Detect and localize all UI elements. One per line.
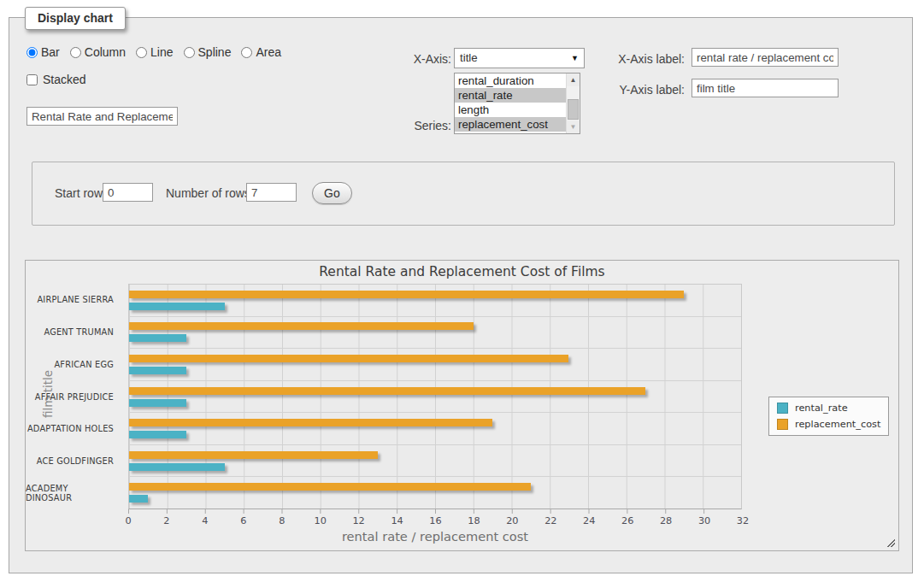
chart-x-tick: 10	[315, 515, 327, 526]
bar-replacement_cost	[129, 322, 474, 330]
chart-x-tick: 16	[429, 515, 441, 526]
scrollbar-down-icon[interactable]: ▼	[567, 121, 580, 133]
chart-title: Rental Rate and Replacement Cost of Film…	[26, 264, 898, 279]
chart-bar-row	[129, 285, 741, 317]
chart-x-tick-marks	[128, 509, 742, 514]
chart-category-label: AFRICAN EGG	[26, 348, 121, 380]
chart-x-tick: 4	[202, 515, 208, 526]
start-row-input[interactable]	[103, 183, 153, 202]
chart-x-tick: 14	[391, 515, 403, 526]
bar-replacement_cost	[129, 483, 531, 491]
chart-type-radio-column[interactable]	[70, 47, 81, 58]
chart-type-radio-line[interactable]	[136, 47, 147, 58]
stacked-label: Stacked	[43, 73, 86, 86]
chart-x-tick: 12	[352, 515, 364, 526]
chart-type-option-column: Column	[70, 45, 126, 59]
chart-type-radio-label: Column	[85, 45, 126, 59]
bar-rental_rate	[129, 463, 225, 471]
chart-x-tick-labels: 02468101214161820222426283032	[128, 515, 743, 526]
legend-swatch-icon	[777, 419, 788, 430]
number-of-rows-label: Number of rows:	[166, 186, 254, 200]
chart-x-tick: 2	[163, 515, 169, 526]
series-select-label: Series:	[368, 119, 451, 132]
stacked-row: Stacked	[26, 73, 86, 86]
chart-type-radio-label: Spline	[198, 45, 232, 59]
legend-item-replacement_cost: replacement_cost	[777, 419, 880, 430]
chart-type-radio-area[interactable]	[241, 47, 252, 58]
chart-category-label: AFFAIR PREJUDICE	[26, 380, 121, 413]
chart-x-tick: 6	[240, 515, 246, 526]
x-axis-label-label: X-Axis label:	[574, 52, 685, 66]
bar-rental_rate	[129, 399, 186, 407]
bar-rental_rate	[129, 334, 186, 342]
bar-replacement_cost	[129, 291, 684, 298]
resize-handle-icon[interactable]	[886, 538, 895, 547]
number-of-rows-input[interactable]	[246, 183, 297, 202]
chart-x-tick: 32	[737, 515, 749, 526]
chart-type-option-area: Area	[241, 45, 281, 59]
legend-label: rental_rate	[795, 403, 848, 414]
chart-type-radio-label: Line	[150, 45, 173, 59]
chart-x-tick: 30	[698, 515, 710, 526]
chart-type-group: BarColumnLineSplineArea	[26, 45, 286, 59]
chart-type-option-line: Line	[136, 45, 173, 59]
series-option-length[interactable]: length	[455, 103, 566, 117]
chart-x-tick: 22	[544, 515, 556, 526]
chart-type-radio-label: Bar	[41, 45, 60, 59]
y-axis-label-input[interactable]	[692, 79, 839, 97]
row-controls-panel: Start row: Number of rows: Go	[32, 162, 895, 226]
x-axis-selected-value: title	[460, 51, 478, 64]
x-axis-select[interactable]: title ▼	[454, 48, 585, 68]
bar-rental_rate	[129, 303, 225, 310]
display-chart-fieldset: Display chart BarColumnLineSplineArea St…	[9, 17, 913, 573]
chart-category-label: AIRPLANE SIERRA	[26, 284, 121, 316]
scrollbar-thumb[interactable]	[568, 99, 579, 120]
chart-x-tick: 20	[506, 515, 518, 526]
chart-bar-row	[129, 413, 741, 445]
bar-replacement_cost	[129, 419, 492, 426]
chart-category-label: AGENT TRUMAN	[26, 316, 121, 349]
chart-bar-row	[129, 317, 741, 350]
chart-bar-row	[129, 349, 741, 381]
stacked-checkbox[interactable]	[26, 74, 38, 85]
chart-type-radio-label: Area	[256, 45, 281, 59]
bar-rental_rate	[129, 495, 148, 503]
series-listbox[interactable]: rental_durationrental_ratelengthreplacem…	[454, 73, 580, 134]
page: Display chart BarColumnLineSplineArea St…	[0, 0, 924, 582]
chart-x-tick: 28	[660, 515, 672, 526]
legend-item-rental_rate: rental_rate	[777, 403, 880, 414]
series-option-rental_rate[interactable]: rental_rate	[455, 88, 566, 103]
chart-bar-row	[129, 445, 741, 478]
chart-x-tick: 24	[583, 515, 595, 526]
chart-x-tick: 0	[125, 515, 131, 526]
chart-category-label: ACADEMY DINOSAUR	[26, 477, 121, 509]
chart-x-axis-label: rental rate / replacement cost	[128, 529, 742, 544]
x-axis-select-label: X-Axis:	[368, 52, 451, 66]
x-axis-label-input[interactable]	[692, 48, 839, 67]
chart-type-option-spline: Spline	[184, 45, 232, 59]
bar-replacement_cost	[129, 451, 378, 459]
chart-bar-row	[129, 381, 741, 414]
chart-type-option-bar: Bar	[26, 45, 60, 59]
chart-container: Rental Rate and Replacement Cost of Film…	[25, 260, 899, 551]
series-option-rental_duration[interactable]: rental_duration	[455, 73, 566, 88]
start-row-label: Start row:	[55, 186, 106, 200]
bar-replacement_cost	[129, 355, 568, 362]
series-option-replacement_cost[interactable]: replacement_cost	[455, 117, 566, 132]
fieldset-legend: Display chart	[25, 7, 126, 30]
bar-rental_rate	[129, 367, 186, 374]
chart-type-radio-spline[interactable]	[184, 47, 195, 58]
chart-x-tick: 8	[279, 515, 285, 526]
chart-x-tick: 18	[468, 515, 480, 526]
bar-rental_rate	[129, 431, 186, 438]
chart-category-labels: AIRPLANE SIERRAAGENT TRUMANAFRICAN EGGAF…	[26, 284, 121, 509]
go-button[interactable]: Go	[312, 182, 352, 204]
chart-plot-area	[128, 284, 742, 509]
legend-swatch-icon	[777, 403, 788, 414]
chart-x-tick: 26	[621, 515, 633, 526]
chart-legend: rental_ratereplacement_cost	[768, 397, 889, 436]
chart-title-input[interactable]	[26, 107, 178, 126]
chart-category-label: ACE GOLDFINGER	[26, 445, 121, 478]
series-listbox-options: rental_durationrental_ratelengthreplacem…	[455, 73, 566, 133]
chart-type-radio-bar[interactable]	[26, 47, 38, 58]
